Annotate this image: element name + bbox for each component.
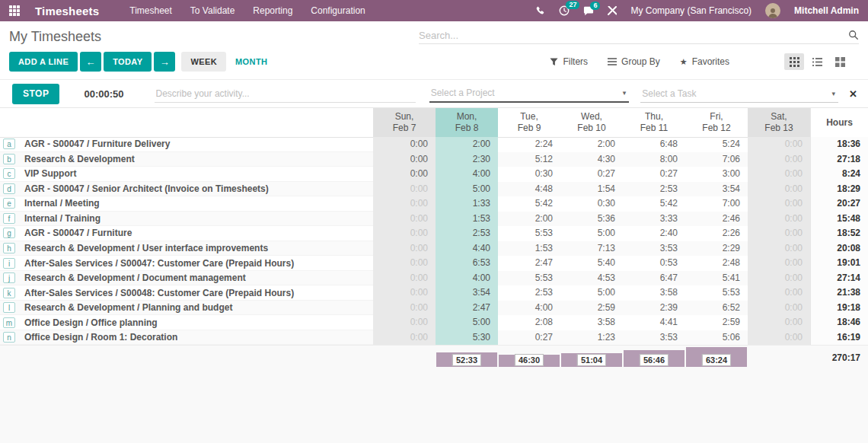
list-view-button[interactable] (807, 53, 827, 70)
grid-cell[interactable]: 4:00 (436, 167, 498, 182)
grid-cell[interactable]: 6:47 (623, 271, 685, 286)
grid-cell[interactable]: 2:39 (623, 301, 685, 316)
month-range-button[interactable]: MONTH (228, 52, 275, 72)
grid-cell[interactable]: 0:00 (373, 167, 436, 182)
grid-cell[interactable]: 5:42 (498, 196, 560, 212)
grid-cell[interactable]: 2:08 (498, 315, 560, 330)
chevron-down-icon[interactable]: ▾ (829, 90, 839, 97)
activity-input[interactable] (155, 85, 416, 103)
grid-cell[interactable]: 0:00 (373, 330, 436, 346)
grid-cell[interactable]: 0:00 (748, 196, 810, 212)
phone-icon[interactable] (535, 6, 545, 16)
grid-cell[interactable]: 0:27 (560, 167, 623, 182)
grid-cell[interactable]: 5:53 (685, 285, 748, 301)
activities-icon[interactable]: 27 (559, 5, 570, 16)
grid-cell[interactable]: 0:00 (373, 241, 436, 257)
grid-cell[interactable]: 2:59 (685, 315, 748, 330)
previous-week-button[interactable]: ← (80, 52, 101, 72)
task-select-input[interactable] (640, 85, 828, 102)
grid-cell[interactable]: 0:00 (373, 137, 436, 152)
grid-cell[interactable]: 5:36 (560, 212, 623, 227)
grid-cell[interactable]: 0:00 (373, 285, 436, 301)
grid-cell[interactable]: 0:00 (373, 182, 436, 197)
grid-cell[interactable]: 2:53 (498, 285, 560, 301)
week-range-button[interactable]: WEEK (181, 52, 226, 72)
grid-cell[interactable]: 5:24 (685, 137, 748, 152)
grid-cell[interactable]: 0:00 (748, 182, 810, 197)
menu-reporting[interactable]: Reporting (253, 5, 292, 16)
grid-cell[interactable]: 3:58 (623, 285, 685, 301)
search-input[interactable] (419, 30, 848, 41)
grid-cell[interactable]: 1:53 (436, 212, 498, 227)
grid-cell[interactable]: 0:00 (373, 271, 436, 286)
project-select-input[interactable] (429, 84, 620, 101)
grid-cell[interactable]: 2:46 (685, 212, 748, 227)
grid-cell[interactable]: 0:30 (498, 167, 560, 182)
grid-cell[interactable]: 0:00 (748, 241, 810, 257)
grid-cell[interactable]: 2:00 (560, 137, 623, 152)
grid-cell[interactable]: 0:00 (373, 196, 436, 212)
today-button[interactable]: TODAY (104, 52, 152, 72)
menu-timesheet[interactable]: Timesheet (129, 5, 172, 16)
grid-cell[interactable]: 0:00 (748, 226, 810, 241)
grid-cell[interactable]: 0:00 (748, 315, 810, 330)
tools-icon[interactable] (608, 6, 617, 15)
grid-cell[interactable]: 4:00 (436, 271, 498, 286)
grid-cell[interactable]: 5:41 (685, 271, 748, 286)
grid-cell[interactable]: 3:33 (623, 212, 685, 227)
menu-to-validate[interactable]: To Validate (190, 5, 235, 16)
grid-view-button[interactable] (784, 53, 804, 70)
grid-cell[interactable]: 1:23 (560, 330, 623, 346)
grid-cell[interactable]: 0:27 (498, 330, 560, 346)
grid-cell[interactable]: 0:53 (623, 256, 685, 271)
grid-cell[interactable]: 0:00 (748, 212, 810, 227)
grid-cell[interactable]: 5:12 (498, 152, 560, 167)
grid-cell[interactable]: 2:47 (498, 256, 560, 271)
grid-cell[interactable]: 0:00 (748, 301, 810, 316)
grid-cell[interactable]: 5:53 (498, 226, 560, 241)
grid-cell[interactable]: 5:53 (498, 271, 560, 286)
grid-cell[interactable]: 6:48 (623, 137, 685, 152)
next-week-button[interactable]: → (154, 52, 175, 72)
group-by-menu[interactable]: Group By (608, 56, 660, 67)
grid-cell[interactable]: 1:53 (498, 241, 560, 257)
grid-cell[interactable]: 2:00 (436, 137, 498, 152)
grid-cell[interactable]: 2:26 (685, 226, 748, 241)
grid-cell[interactable]: 2:47 (436, 301, 498, 316)
grid-cell[interactable]: 7:06 (685, 152, 748, 167)
grid-cell[interactable]: 2:40 (623, 226, 685, 241)
grid-cell[interactable]: 0:00 (748, 167, 810, 182)
grid-cell[interactable]: 6:52 (685, 301, 748, 316)
project-select[interactable]: ▾ (429, 84, 630, 103)
close-timer-icon[interactable]: ✕ (849, 88, 857, 100)
grid-cell[interactable]: 0:00 (373, 301, 436, 316)
menu-configuration[interactable]: Configuration (311, 5, 365, 16)
grid-cell[interactable]: 2:29 (685, 241, 748, 257)
company-switcher[interactable]: My Company (San Francisco) (630, 5, 752, 16)
grid-cell[interactable]: 5:00 (560, 226, 623, 241)
grid-cell[interactable]: 3:54 (436, 285, 498, 301)
apps-menu-icon[interactable] (9, 5, 20, 16)
messages-icon[interactable]: 6 (583, 6, 594, 16)
grid-cell[interactable]: 0:00 (748, 256, 810, 271)
favorites-menu[interactable]: ★ Favorites (680, 56, 729, 67)
grid-cell[interactable]: 2:59 (560, 301, 623, 316)
grid-cell[interactable]: 0:00 (373, 152, 436, 167)
grid-cell[interactable]: 2:48 (685, 256, 748, 271)
grid-cell[interactable]: 3:53 (623, 330, 685, 346)
grid-cell[interactable]: 3:58 (560, 315, 623, 330)
kanban-view-button[interactable] (830, 53, 850, 70)
grid-cell[interactable]: 5:30 (436, 330, 498, 346)
grid-cell[interactable]: 1:33 (436, 196, 498, 212)
stop-timer-button[interactable]: STOP (12, 84, 59, 104)
grid-cell[interactable]: 0:00 (373, 226, 436, 241)
grid-cell[interactable]: 6:53 (436, 256, 498, 271)
grid-cell[interactable]: 5:40 (560, 256, 623, 271)
filters-menu[interactable]: Filters (550, 56, 588, 67)
grid-cell[interactable]: 4:30 (560, 152, 623, 167)
grid-cell[interactable]: 0:00 (748, 330, 810, 346)
grid-cell[interactable]: 5:06 (685, 330, 748, 346)
grid-cell[interactable]: 4:40 (436, 241, 498, 257)
grid-cell[interactable]: 1:54 (560, 182, 623, 197)
user-menu[interactable]: Mitchell Admin (794, 5, 859, 16)
